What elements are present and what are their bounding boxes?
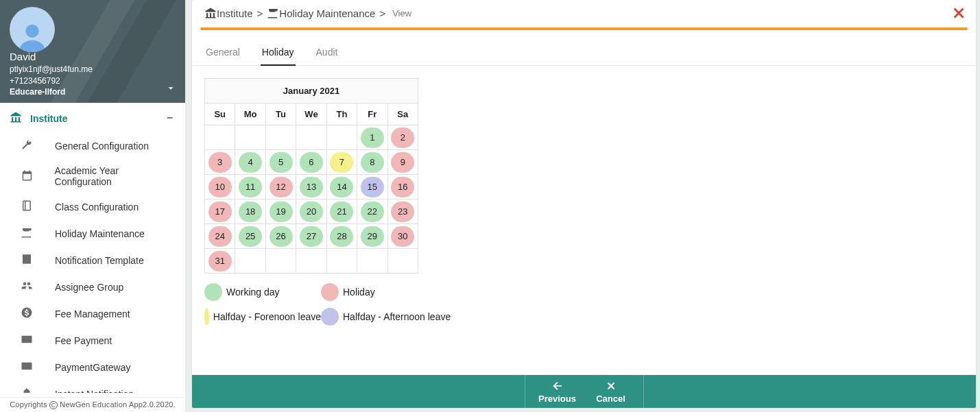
calendar-cell[interactable]: 6: [296, 150, 326, 175]
sidebar-item-label: Holiday Maintenance: [55, 228, 145, 239]
sidebar-item-class-configuration[interactable]: Class Configuration: [0, 193, 185, 220]
day-1[interactable]: 1: [361, 128, 384, 148]
day-3[interactable]: 3: [208, 152, 232, 173]
cup-icon: [21, 226, 34, 241]
user-avatar[interactable]: [10, 7, 55, 52]
day-19[interactable]: 19: [270, 202, 293, 222]
sidebar-section-title: Institute: [30, 113, 67, 124]
calendar-cell: [235, 125, 265, 150]
day-25[interactable]: 25: [239, 226, 262, 247]
tab-audit[interactable]: Audit: [315, 41, 339, 65]
note-icon: [21, 253, 34, 267]
sidebar-item-notification-template[interactable]: Notification Template: [0, 247, 185, 274]
sidebar-section-institute[interactable]: Institute −: [0, 103, 185, 132]
sidebar-item-label: Instant Notification: [55, 389, 134, 393]
day-8[interactable]: 8: [361, 152, 384, 173]
calendar-cell[interactable]: 15: [357, 175, 387, 199]
main: Institute > Holiday Maintenance > View G…: [185, 0, 980, 412]
calendar-cell[interactable]: 30: [387, 224, 418, 249]
sidebar-item-holiday-maintenance[interactable]: Holiday Maintenance: [0, 220, 185, 247]
day-12[interactable]: 12: [270, 177, 293, 197]
calendar-cell[interactable]: 26: [265, 224, 296, 249]
calendar-cell[interactable]: 2: [387, 125, 418, 150]
legend-afternoon: Halfday - Afternoon leave: [321, 308, 458, 326]
calendar-cell[interactable]: 24: [205, 224, 235, 249]
day-21[interactable]: 21: [330, 202, 353, 222]
calendar-cell[interactable]: 18: [235, 199, 265, 224]
day-20[interactable]: 20: [300, 202, 323, 222]
calendar-cell[interactable]: 13: [296, 175, 326, 199]
sidebar-item-academic-year-configuration[interactable]: Academic Year Configuration: [0, 159, 185, 193]
calendar-cell[interactable]: 22: [357, 199, 387, 224]
calendar-cell[interactable]: 16: [387, 175, 418, 199]
sidebar-item-fee-payment[interactable]: Fee Payment: [0, 327, 185, 354]
day-24[interactable]: 24: [208, 226, 232, 247]
day-22[interactable]: 22: [361, 202, 384, 222]
day-15[interactable]: 15: [361, 177, 384, 197]
sidebar-item-instant-notification[interactable]: Instant Notification: [0, 380, 185, 393]
sidebar-item-general-configuration[interactable]: General Configuration: [0, 132, 185, 159]
bell-icon: [21, 387, 34, 393]
tab-general[interactable]: General: [204, 41, 241, 65]
calendar-cell[interactable]: 10: [205, 175, 235, 199]
sidebar-item-paymentgateway[interactable]: PaymentGateway: [0, 354, 185, 380]
day-9[interactable]: 9: [391, 152, 414, 173]
dow-Tu: Tu: [265, 104, 296, 125]
calendar-cell[interactable]: 21: [326, 199, 357, 224]
cancel-button[interactable]: Cancel: [587, 375, 635, 408]
calendar-cell[interactable]: 28: [326, 224, 357, 249]
calendar-cell[interactable]: 7: [326, 150, 357, 175]
calendar-cell[interactable]: 17: [205, 199, 235, 224]
dow-Sa: Sa: [387, 104, 418, 125]
calendar-cell[interactable]: 25: [235, 224, 265, 249]
calendar-cell[interactable]: 9: [387, 150, 418, 175]
day-31[interactable]: 31: [208, 251, 232, 271]
day-29[interactable]: 29: [361, 226, 384, 247]
calendar-cell[interactable]: 14: [326, 175, 357, 199]
day-26[interactable]: 26: [270, 226, 293, 247]
previous-button[interactable]: Previous: [534, 375, 582, 408]
collapse-icon[interactable]: −: [167, 112, 173, 123]
day-14[interactable]: 14: [330, 177, 353, 197]
breadcrumb-institute[interactable]: Institute: [217, 8, 253, 19]
calendar-cell[interactable]: 29: [357, 224, 387, 249]
tab-holiday[interactable]: Holiday: [261, 41, 296, 66]
day-5[interactable]: 5: [270, 152, 293, 173]
day-17[interactable]: 17: [208, 202, 232, 222]
dow-Th: Th: [326, 104, 357, 125]
day-23[interactable]: 23: [391, 202, 414, 222]
dow-Mo: Mo: [235, 104, 265, 125]
calendar-cell[interactable]: 11: [235, 175, 265, 199]
calendar-cell[interactable]: 20: [296, 199, 326, 224]
calendar-cell[interactable]: 23: [387, 199, 418, 224]
day-10[interactable]: 10: [208, 177, 232, 197]
day-2[interactable]: 2: [391, 128, 414, 148]
calendar-cell[interactable]: 27: [296, 224, 326, 249]
calendar-cell[interactable]: 8: [357, 150, 387, 175]
calendar-cell[interactable]: 3: [205, 150, 235, 175]
calendar-cell[interactable]: 4: [235, 150, 265, 175]
calendar-cell[interactable]: 31: [205, 249, 235, 274]
calendar-cell[interactable]: 5: [265, 150, 296, 175]
day-11[interactable]: 11: [239, 177, 262, 197]
copyright: Copyrights C NewGen Education App2.0.202…: [0, 397, 185, 412]
sidebar-item-assignee-group[interactable]: Assignee Group: [0, 274, 185, 300]
day-16[interactable]: 16: [391, 177, 414, 197]
close-button[interactable]: [951, 5, 966, 23]
day-6[interactable]: 6: [300, 152, 323, 173]
day-28[interactable]: 28: [330, 226, 353, 247]
day-27[interactable]: 27: [300, 226, 323, 247]
day-13[interactable]: 13: [300, 177, 323, 197]
sidebar-header: David ptlyix1njf@just4fun.me +7123456792…: [0, 0, 185, 103]
breadcrumb-holiday[interactable]: Holiday Maintenance: [279, 8, 375, 19]
chevron-down-icon[interactable]: [166, 84, 176, 96]
calendar-cell: [326, 249, 357, 274]
sidebar-item-fee-management[interactable]: Fee Management: [0, 300, 185, 327]
calendar-cell[interactable]: 19: [265, 199, 296, 224]
day-18[interactable]: 18: [239, 202, 262, 222]
day-7[interactable]: 7: [330, 152, 353, 173]
calendar-cell[interactable]: 12: [265, 175, 296, 199]
day-4[interactable]: 4: [239, 152, 262, 173]
calendar-cell[interactable]: 1: [357, 125, 387, 150]
day-30[interactable]: 30: [391, 226, 414, 247]
